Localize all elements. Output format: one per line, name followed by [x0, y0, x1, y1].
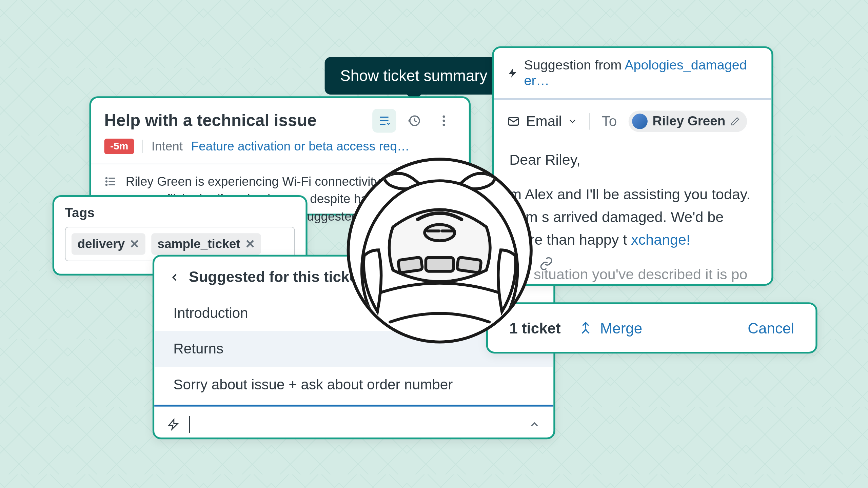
sla-badge: -5m — [104, 139, 134, 154]
divider — [142, 140, 143, 153]
list-icon — [104, 175, 118, 188]
email-greeting: Dear Riley, — [509, 149, 756, 171]
tooltip-text: Show ticket summary — [340, 66, 487, 84]
mail-icon — [507, 115, 520, 128]
ticket-count: 1 ticket — [509, 319, 560, 337]
chevron-left-icon[interactable] — [169, 271, 180, 283]
email-body-text: m Alex and I'll be assisting you today. … — [509, 186, 750, 248]
recipient-chip[interactable]: Riley Green — [629, 110, 747, 132]
channel-selector[interactable]: Email — [507, 113, 577, 129]
svg-point-10 — [106, 178, 107, 179]
intent-link[interactable]: Feature activation or beta access req… — [191, 139, 410, 154]
svg-point-5 — [442, 120, 445, 122]
svg-marker-13 — [169, 419, 178, 429]
suggested-title: Suggested for this ticket — [189, 268, 363, 286]
channel-label: Email — [526, 113, 561, 129]
macro-search-input[interactable] — [154, 405, 553, 439]
tags-title: Tags — [65, 205, 295, 221]
to-label: To — [602, 113, 617, 129]
link-icon[interactable] — [539, 257, 553, 271]
suggested-item[interactable]: Sorry about issue + ask about order numb… — [154, 367, 553, 402]
divider — [589, 113, 590, 129]
tag-label: sample_ticket — [158, 237, 240, 251]
recipient-name: Riley Green — [653, 114, 726, 129]
tag-chip[interactable]: sample_ticket ✕ — [152, 233, 261, 255]
merge-icon — [578, 320, 593, 336]
history-button[interactable] — [402, 109, 426, 133]
svg-point-4 — [442, 115, 445, 118]
ticket-title: Help with a technical issue — [104, 111, 317, 130]
remove-tag-icon[interactable]: ✕ — [130, 237, 140, 251]
avatar — [632, 114, 648, 129]
tooltip-show-summary: Show ticket summary — [325, 57, 503, 95]
svg-rect-21 — [426, 258, 454, 271]
summary-toggle-button[interactable] — [372, 109, 396, 133]
mascot-avatar — [347, 158, 533, 343]
edit-icon[interactable] — [730, 117, 740, 126]
tag-chip[interactable]: delivery ✕ — [72, 233, 146, 255]
intent-label: Intent — [152, 139, 183, 154]
merge-button[interactable]: Merge — [578, 319, 642, 337]
email-composer-card: Suggestion from Apologies_damaged er… Em… — [492, 46, 773, 286]
text-cursor — [189, 416, 190, 432]
remove-tag-icon[interactable]: ✕ — [245, 237, 255, 251]
chevron-up-icon[interactable] — [528, 418, 540, 430]
more-actions-button[interactable] — [432, 109, 456, 133]
merge-action-bar: 1 ticket Merge Cancel — [486, 302, 817, 353]
chevron-down-icon — [568, 117, 577, 126]
suggestion-prefix: Suggestion from — [524, 58, 625, 73]
cancel-button[interactable]: Cancel — [748, 319, 794, 337]
svg-point-12 — [106, 184, 107, 185]
lightning-icon — [167, 416, 179, 432]
svg-rect-20 — [398, 257, 423, 273]
svg-point-11 — [106, 181, 107, 182]
merge-label: Merge — [600, 319, 643, 337]
lightning-icon — [507, 66, 518, 80]
svg-point-6 — [442, 124, 445, 126]
svg-rect-22 — [457, 257, 481, 273]
svg-point-17 — [425, 225, 454, 241]
svg-marker-14 — [509, 68, 516, 78]
tag-label: delivery — [77, 237, 124, 251]
email-body-link[interactable]: xchange! — [631, 231, 690, 247]
